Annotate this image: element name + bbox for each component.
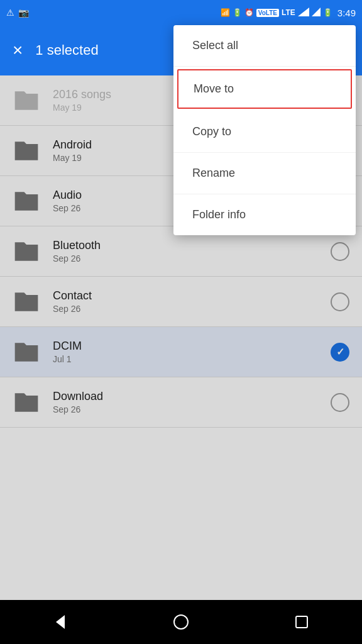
- notification-icon: ⚠: [6, 8, 14, 18]
- nav-bar: [0, 600, 362, 644]
- signal-icon: [298, 8, 309, 18]
- volte-label: VoLTE: [256, 9, 279, 17]
- menu-item-rename[interactable]: Rename: [173, 153, 356, 194]
- close-button[interactable]: ×: [13, 40, 23, 60]
- battery-icon: 🔋: [323, 8, 332, 17]
- menu-item-copy-to[interactable]: Copy to: [173, 111, 356, 153]
- wifi-icon: 📶: [221, 8, 230, 17]
- image-icon: 📷: [18, 8, 29, 18]
- svg-marker-0: [298, 8, 309, 16]
- recent-button[interactable]: [286, 606, 317, 638]
- home-button[interactable]: [165, 606, 197, 638]
- menu-item-folder-info[interactable]: Folder info: [173, 194, 356, 235]
- clock: 3:49: [337, 8, 356, 18]
- lte-label: LTE: [282, 8, 295, 17]
- alarm-icon: ⏰: [244, 8, 254, 17]
- vibrate-icon: 🔋: [233, 8, 242, 17]
- back-button[interactable]: [45, 606, 76, 638]
- svg-rect-4: [296, 616, 307, 628]
- menu-item-select-all[interactable]: Select all: [173, 25, 356, 67]
- selected-count: 1 selected: [35, 42, 98, 58]
- status-left-icons: ⚠ 📷: [6, 8, 29, 18]
- svg-marker-1: [312, 8, 321, 16]
- svg-marker-2: [56, 615, 65, 629]
- menu-item-move-to[interactable]: Move to: [177, 69, 352, 109]
- context-menu: Select all Move to Copy to Rename Folder…: [173, 25, 356, 235]
- status-bar: ⚠ 📷 📶 🔋 ⏰ VoLTE LTE 🔋 3:49: [0, 0, 362, 25]
- signal2-icon: [312, 8, 321, 18]
- status-right-icons: 📶 🔋 ⏰ VoLTE LTE 🔋 3:49: [221, 8, 356, 18]
- svg-point-3: [174, 615, 188, 629]
